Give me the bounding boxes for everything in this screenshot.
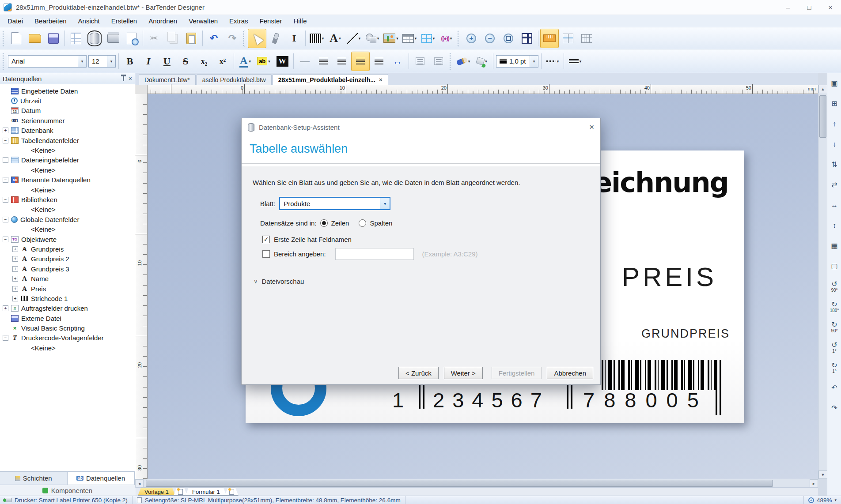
scroll-right-icon[interactable]: ► bbox=[810, 479, 818, 488]
zoom-control[interactable]: + 489% ▾ bbox=[803, 496, 841, 504]
vertical-align-top-button[interactable] bbox=[411, 52, 429, 71]
menu-item[interactable]: Anordnen bbox=[143, 15, 183, 26]
menu-item[interactable]: Extras bbox=[224, 15, 254, 26]
fit-window-icon[interactable] bbox=[518, 29, 536, 48]
menu-item[interactable]: Erstellen bbox=[106, 15, 143, 26]
insert-object-icon[interactable]: ▣ bbox=[827, 73, 841, 94]
menu-item[interactable]: Datei bbox=[2, 15, 29, 26]
cut-icon[interactable]: ✂ bbox=[145, 29, 163, 48]
minimize-button[interactable]: – bbox=[777, 0, 799, 15]
zoom-in-icon[interactable]: + bbox=[462, 29, 481, 48]
dialog-close-icon[interactable]: × bbox=[589, 122, 594, 132]
copy-icon[interactable] bbox=[163, 29, 182, 48]
tree-item[interactable]: Uhrzeit bbox=[0, 96, 135, 105]
bold-button[interactable]: B bbox=[121, 52, 139, 71]
tree-expander[interactable] bbox=[3, 325, 8, 331]
tree-expander[interactable] bbox=[3, 98, 8, 104]
ruler-toggle-icon[interactable] bbox=[540, 29, 559, 48]
dropdown-arrow-icon[interactable]: ▾ bbox=[433, 36, 435, 41]
tree-item[interactable]: <Keine> bbox=[0, 224, 135, 234]
tree-expander[interactable]: − bbox=[3, 335, 8, 341]
tab-components[interactable]: Komponenten bbox=[0, 485, 135, 496]
pin-icon[interactable] bbox=[123, 76, 124, 81]
close-button[interactable]: × bbox=[820, 0, 841, 15]
tree-expander[interactable] bbox=[3, 88, 8, 94]
tree-expander[interactable]: − bbox=[3, 197, 8, 203]
flip-vertical-icon[interactable]: ↷ bbox=[827, 398, 841, 418]
strikethrough-button[interactable]: S bbox=[176, 52, 195, 71]
wordart-button[interactable]: W bbox=[273, 52, 292, 71]
new-form-tab[interactable] bbox=[225, 488, 239, 496]
tree-item[interactable]: − Tabellendatenfelder bbox=[0, 135, 135, 145]
line-color-button[interactable]: ▾ bbox=[454, 52, 473, 71]
dropdown-arrow-icon[interactable]: ▾ bbox=[339, 36, 341, 41]
superscript-button[interactable]: x² bbox=[213, 52, 232, 71]
rotate-1-cw-icon[interactable]: ↻ 1° bbox=[827, 357, 841, 378]
vertical-scrollbar[interactable]: ▲ ▼ bbox=[818, 85, 827, 479]
tree-item[interactable]: Eingebettete Daten bbox=[0, 86, 135, 96]
line-tool-icon[interactable]: ▾ bbox=[345, 29, 363, 48]
tree-item[interactable]: × Visual Basic Scripting bbox=[0, 323, 135, 333]
line-style-button[interactable]: ▾ bbox=[566, 52, 584, 71]
font-family-select[interactable]: Arial ▾ bbox=[8, 55, 87, 68]
chevron-down-icon[interactable]: ∨ bbox=[254, 278, 258, 285]
paste-icon[interactable] bbox=[182, 29, 201, 48]
tree-item[interactable]: 12 Datum bbox=[0, 106, 135, 116]
tree-expander[interactable]: − bbox=[3, 138, 8, 143]
chevron-down-icon[interactable]: ▾ bbox=[557, 59, 559, 64]
tree-expander[interactable]: − bbox=[3, 157, 8, 163]
close-panel-icon[interactable]: × bbox=[129, 75, 132, 82]
open-icon[interactable] bbox=[26, 29, 44, 48]
print-preview-icon[interactable] bbox=[122, 29, 141, 48]
rotate-180-icon[interactable]: ↻ 180° bbox=[827, 297, 841, 317]
tree-expander[interactable] bbox=[3, 316, 8, 321]
new-template-tab[interactable] bbox=[174, 488, 187, 496]
sheet-select[interactable]: Produkte ▾ bbox=[280, 197, 390, 210]
align-bottom-icon[interactable]: ↓ bbox=[827, 134, 841, 154]
tree-item[interactable]: Externe Datei bbox=[0, 313, 135, 323]
chevron-down-icon[interactable]: ▾ bbox=[580, 59, 582, 64]
file-preview-expander[interactable]: Dateivorschau bbox=[262, 278, 304, 285]
tree-expander[interactable]: + bbox=[12, 256, 18, 262]
chevron-down-icon[interactable]: ▾ bbox=[107, 56, 115, 67]
tree-item[interactable]: <Keine> bbox=[0, 165, 135, 175]
vertical-align-center-button[interactable] bbox=[429, 52, 448, 71]
center-horizontal-icon[interactable]: ↔ bbox=[827, 195, 841, 215]
document-tab[interactable]: 28x51mm_Produktlabel-einzelh... × bbox=[273, 74, 388, 85]
tree-expander[interactable]: + bbox=[12, 266, 18, 272]
dropdown-arrow-icon[interactable]: ▾ bbox=[359, 36, 361, 41]
dropdown-arrow-icon[interactable]: ▾ bbox=[415, 36, 417, 41]
underline-button[interactable]: U bbox=[158, 52, 176, 71]
tree-item[interactable]: + A Name bbox=[0, 274, 135, 283]
vertical-scroll-thumb[interactable] bbox=[819, 95, 826, 138]
align-right-button[interactable] bbox=[351, 52, 370, 71]
fit-text-button[interactable]: ↔ bbox=[388, 52, 407, 71]
tree-item[interactable]: − Globale Datenfelder bbox=[0, 214, 135, 224]
tree-item[interactable]: − ab Benannte Datenquellen bbox=[0, 175, 135, 185]
tree-expander[interactable]: − bbox=[3, 217, 8, 222]
menu-item[interactable]: Fenster bbox=[254, 15, 288, 26]
scroll-down-icon[interactable]: ▼ bbox=[818, 470, 827, 479]
back-button[interactable]: < Zurück bbox=[398, 367, 439, 379]
ungroup-icon[interactable]: ▢ bbox=[827, 256, 841, 276]
flip-horizontal-icon[interactable]: ↶ bbox=[827, 378, 841, 398]
radio-rows[interactable] bbox=[320, 219, 328, 227]
dropdown-arrow-icon[interactable]: ▾ bbox=[377, 36, 379, 41]
snap-icon[interactable] bbox=[559, 29, 577, 48]
tree-item[interactable]: + # Auftragsfelder drucken bbox=[0, 304, 135, 313]
tree-item[interactable]: − T Druckercode-Vorlagenfelder bbox=[0, 333, 135, 343]
chevron-down-icon[interactable]: ▾ bbox=[268, 59, 270, 64]
radio-columns[interactable] bbox=[359, 219, 366, 227]
chevron-down-icon[interactable]: ▾ bbox=[485, 59, 487, 64]
tree-expander[interactable]: + bbox=[12, 246, 18, 252]
tree-item[interactable]: 001 Seriennummer bbox=[0, 116, 135, 125]
align-left-button[interactable] bbox=[314, 52, 333, 71]
tree-expander[interactable]: − bbox=[3, 237, 8, 242]
checkbox-first-row-fieldnames[interactable]: ✓ bbox=[262, 236, 270, 243]
align-center-button[interactable] bbox=[333, 52, 351, 71]
zoom-out-icon[interactable]: − bbox=[481, 29, 499, 48]
barcode-tool-icon[interactable]: ▾ bbox=[307, 29, 326, 48]
image-tool-icon[interactable]: ▾ bbox=[382, 29, 400, 48]
justify-button[interactable] bbox=[370, 52, 388, 71]
document-tab[interactable]: asello Produktlabel.btw bbox=[197, 74, 272, 85]
